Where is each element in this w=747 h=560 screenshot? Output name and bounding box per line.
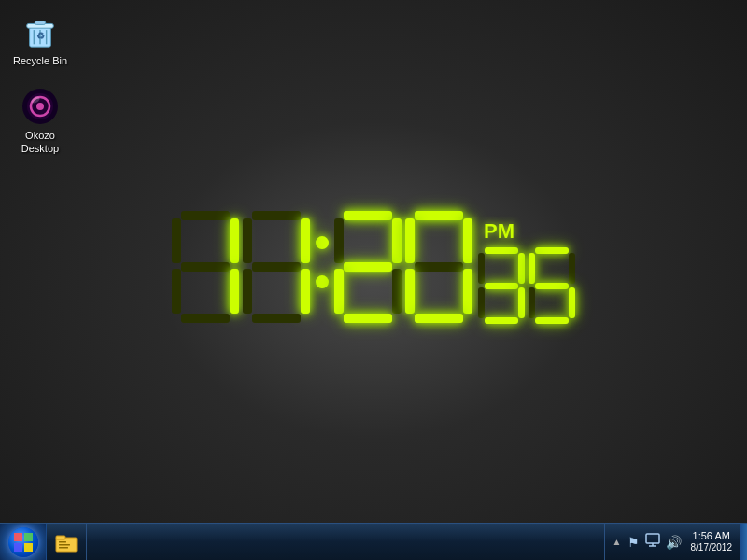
svg-rect-12	[14, 533, 22, 541]
svg-rect-2	[35, 21, 45, 25]
desktop: ♻ Recycle Bin OkozoDesktop	[0, 0, 747, 523]
system-tray: ▲ ⚑ 🔊 1:56 AM 8/17/2012	[604, 524, 740, 561]
digit-h2	[243, 211, 310, 323]
svg-rect-15	[24, 543, 33, 552]
taskbar-clock[interactable]: 1:56 AM 8/17/2012	[691, 530, 733, 553]
digit-s2	[529, 247, 575, 324]
okozo-desktop-icon[interactable]: OkozoDesktop	[7, 84, 73, 160]
digit-m2	[405, 211, 472, 323]
clock-display: PM	[172, 210, 575, 324]
digit-h1	[172, 211, 239, 323]
taskbar-clock-date: 8/17/2012	[691, 542, 733, 553]
svg-rect-13	[24, 533, 33, 541]
colon-dot-top	[316, 236, 329, 249]
clock-seconds	[478, 247, 575, 324]
svg-point-10	[36, 103, 44, 110]
clock-minutes	[334, 211, 472, 323]
digit-s1	[478, 247, 525, 324]
svg-rect-17	[56, 536, 65, 539]
recycle-bin-image: ♻	[21, 13, 59, 50]
taskbar: ▲ ⚑ 🔊 1:56 AM 8/17/2012	[0, 523, 747, 560]
svg-rect-19	[59, 544, 70, 546]
okozo-image	[21, 88, 59, 125]
speaker-tray-icon[interactable]: 🔊	[666, 535, 682, 550]
flag-tray-icon[interactable]: ⚑	[627, 535, 640, 550]
svg-rect-14	[14, 543, 22, 552]
show-desktop-button[interactable]	[740, 524, 747, 561]
quick-launch	[47, 524, 87, 561]
svg-rect-18	[59, 541, 66, 543]
recycle-bin-icon[interactable]: ♻ Recycle Bin	[7, 9, 73, 71]
svg-text:♻: ♻	[36, 31, 45, 41]
clock-hours	[172, 211, 310, 323]
colon-dot-bottom	[316, 275, 329, 288]
seconds-ampm-wrap: PM	[478, 210, 575, 324]
okozo-label: OkozoDesktop	[21, 129, 59, 156]
svg-rect-21	[646, 534, 659, 543]
taskbar-clock-time: 1:56 AM	[693, 530, 730, 542]
network-tray-icon[interactable]	[645, 533, 660, 551]
windows-orb	[8, 527, 38, 557]
digit-m1	[334, 211, 402, 323]
file-explorer-taskbar-icon[interactable]	[52, 528, 80, 556]
clock-colon	[310, 236, 334, 288]
tray-arrow[interactable]: ▲	[613, 537, 622, 547]
recycle-bin-label: Recycle Bin	[13, 54, 67, 67]
clock-ampm: PM	[484, 219, 514, 244]
svg-rect-20	[59, 547, 68, 549]
start-button[interactable]	[0, 524, 47, 561]
